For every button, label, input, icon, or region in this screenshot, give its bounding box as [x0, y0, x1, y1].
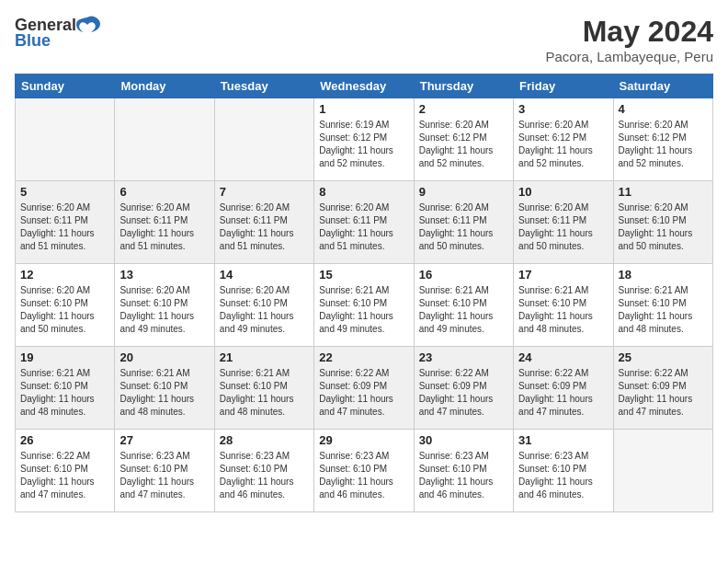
day-number: 2	[419, 102, 508, 116]
table-row	[214, 98, 313, 181]
table-row: 30Sunrise: 6:23 AM Sunset: 6:10 PM Dayli…	[414, 430, 513, 512]
month-year-title: May 2024	[545, 15, 713, 49]
header-saturday: Saturday	[613, 75, 712, 98]
header-monday: Monday	[115, 75, 214, 98]
table-row: 27Sunrise: 6:23 AM Sunset: 6:10 PM Dayli…	[115, 430, 214, 512]
day-number: 18	[619, 268, 708, 282]
day-number: 28	[220, 433, 309, 447]
header-friday: Friday	[514, 75, 613, 98]
title-area: May 2024 Pacora, Lambayeque, Peru	[545, 15, 713, 64]
table-row: 25Sunrise: 6:22 AM Sunset: 6:09 PM Dayli…	[613, 347, 712, 430]
table-row: 9Sunrise: 6:20 AM Sunset: 6:11 PM Daylig…	[414, 181, 513, 264]
table-row: 15Sunrise: 6:21 AM Sunset: 6:10 PM Dayli…	[314, 264, 414, 347]
day-detail: Sunrise: 6:21 AM Sunset: 6:10 PM Dayligh…	[220, 367, 309, 419]
day-number: 22	[319, 350, 408, 364]
day-detail: Sunrise: 6:21 AM Sunset: 6:10 PM Dayligh…	[119, 367, 209, 419]
day-number: 29	[319, 433, 408, 447]
day-detail: Sunrise: 6:23 AM Sunset: 6:10 PM Dayligh…	[220, 450, 309, 501]
calendar-week-row: 26Sunrise: 6:22 AM Sunset: 6:10 PM Dayli…	[16, 430, 713, 512]
table-row: 5Sunrise: 6:20 AM Sunset: 6:11 PM Daylig…	[16, 181, 115, 264]
day-number: 13	[119, 268, 209, 282]
day-detail: Sunrise: 6:21 AM Sunset: 6:10 PM Dayligh…	[20, 367, 109, 419]
day-number: 23	[419, 350, 508, 364]
table-row: 23Sunrise: 6:22 AM Sunset: 6:09 PM Dayli…	[414, 347, 513, 430]
day-detail: Sunrise: 6:23 AM Sunset: 6:10 PM Dayligh…	[119, 450, 209, 501]
day-detail: Sunrise: 6:20 AM Sunset: 6:11 PM Dayligh…	[319, 201, 408, 253]
day-detail: Sunrise: 6:21 AM Sunset: 6:10 PM Dayligh…	[419, 284, 508, 336]
day-number: 26	[20, 433, 109, 447]
table-row: 20Sunrise: 6:21 AM Sunset: 6:10 PM Dayli…	[115, 347, 214, 430]
day-number: 7	[220, 185, 309, 199]
day-detail: Sunrise: 6:21 AM Sunset: 6:10 PM Dayligh…	[518, 284, 608, 336]
day-number: 6	[119, 185, 209, 199]
day-number: 11	[619, 185, 708, 199]
day-detail: Sunrise: 6:22 AM Sunset: 6:09 PM Dayligh…	[319, 367, 408, 419]
day-number: 1	[319, 102, 408, 116]
day-number: 5	[20, 185, 109, 199]
day-detail: Sunrise: 6:20 AM Sunset: 6:11 PM Dayligh…	[20, 201, 109, 253]
table-row: 10Sunrise: 6:20 AM Sunset: 6:11 PM Dayli…	[514, 181, 613, 264]
table-row: 24Sunrise: 6:22 AM Sunset: 6:09 PM Dayli…	[514, 347, 613, 430]
day-detail: Sunrise: 6:20 AM Sunset: 6:10 PM Dayligh…	[20, 284, 109, 336]
day-detail: Sunrise: 6:22 AM Sunset: 6:10 PM Dayligh…	[20, 450, 109, 501]
table-row: 8Sunrise: 6:20 AM Sunset: 6:11 PM Daylig…	[314, 181, 414, 264]
day-detail: Sunrise: 6:23 AM Sunset: 6:10 PM Dayligh…	[419, 450, 508, 501]
table-row: 21Sunrise: 6:21 AM Sunset: 6:10 PM Dayli…	[214, 347, 313, 430]
calendar-header-row: Sunday Monday Tuesday Wednesday Thursday…	[16, 75, 713, 98]
day-number: 10	[518, 185, 608, 199]
logo-bird-icon	[76, 15, 102, 35]
day-number: 8	[319, 185, 408, 199]
day-number: 19	[20, 350, 109, 364]
table-row: 18Sunrise: 6:21 AM Sunset: 6:10 PM Dayli…	[613, 264, 712, 347]
table-row: 14Sunrise: 6:20 AM Sunset: 6:10 PM Dayli…	[214, 264, 313, 347]
day-detail: Sunrise: 6:20 AM Sunset: 6:12 PM Dayligh…	[518, 119, 608, 170]
table-row: 3Sunrise: 6:20 AM Sunset: 6:12 PM Daylig…	[514, 98, 613, 181]
table-row: 4Sunrise: 6:20 AM Sunset: 6:12 PM Daylig…	[613, 98, 712, 181]
table-row: 29Sunrise: 6:23 AM Sunset: 6:10 PM Dayli…	[314, 430, 414, 512]
day-detail: Sunrise: 6:22 AM Sunset: 6:09 PM Dayligh…	[619, 367, 708, 419]
calendar-week-row: 1Sunrise: 6:19 AM Sunset: 6:12 PM Daylig…	[16, 98, 713, 181]
table-row: 31Sunrise: 6:23 AM Sunset: 6:10 PM Dayli…	[514, 430, 613, 512]
table-row: 17Sunrise: 6:21 AM Sunset: 6:10 PM Dayli…	[514, 264, 613, 347]
day-number: 21	[220, 350, 309, 364]
header-thursday: Thursday	[414, 75, 513, 98]
day-detail: Sunrise: 6:22 AM Sunset: 6:09 PM Dayligh…	[419, 367, 508, 419]
day-number: 15	[319, 268, 408, 282]
day-detail: Sunrise: 6:20 AM Sunset: 6:11 PM Dayligh…	[220, 201, 309, 253]
day-number: 25	[619, 350, 708, 364]
day-number: 17	[518, 268, 608, 282]
day-detail: Sunrise: 6:20 AM Sunset: 6:11 PM Dayligh…	[419, 201, 508, 253]
table-row: 1Sunrise: 6:19 AM Sunset: 6:12 PM Daylig…	[314, 98, 414, 181]
location-subtitle: Pacora, Lambayeque, Peru	[545, 49, 713, 64]
table-row	[115, 98, 214, 181]
day-detail: Sunrise: 6:19 AM Sunset: 6:12 PM Dayligh…	[319, 119, 408, 170]
table-row: 26Sunrise: 6:22 AM Sunset: 6:10 PM Dayli…	[16, 430, 115, 512]
day-number: 4	[619, 102, 708, 116]
day-detail: Sunrise: 6:23 AM Sunset: 6:10 PM Dayligh…	[518, 450, 608, 501]
calendar-week-row: 19Sunrise: 6:21 AM Sunset: 6:10 PM Dayli…	[16, 347, 713, 430]
table-row: 13Sunrise: 6:20 AM Sunset: 6:10 PM Dayli…	[115, 264, 214, 347]
table-row: 19Sunrise: 6:21 AM Sunset: 6:10 PM Dayli…	[16, 347, 115, 430]
calendar-table: Sunday Monday Tuesday Wednesday Thursday…	[15, 74, 713, 512]
day-number: 12	[20, 268, 109, 282]
day-number: 20	[119, 350, 209, 364]
day-detail: Sunrise: 6:20 AM Sunset: 6:10 PM Dayligh…	[619, 201, 708, 253]
day-detail: Sunrise: 6:20 AM Sunset: 6:12 PM Dayligh…	[419, 119, 508, 170]
table-row: 12Sunrise: 6:20 AM Sunset: 6:10 PM Dayli…	[16, 264, 115, 347]
header-tuesday: Tuesday	[214, 75, 313, 98]
calendar-week-row: 5Sunrise: 6:20 AM Sunset: 6:11 PM Daylig…	[16, 181, 713, 264]
table-row: 2Sunrise: 6:20 AM Sunset: 6:12 PM Daylig…	[414, 98, 513, 181]
day-detail: Sunrise: 6:20 AM Sunset: 6:11 PM Dayligh…	[518, 201, 608, 253]
day-number: 24	[518, 350, 608, 364]
day-detail: Sunrise: 6:22 AM Sunset: 6:09 PM Dayligh…	[518, 367, 608, 419]
day-number: 30	[419, 433, 508, 447]
table-row: 7Sunrise: 6:20 AM Sunset: 6:11 PM Daylig…	[214, 181, 313, 264]
page-header: General Blue May 2024 Pacora, Lambayeque…	[15, 15, 713, 64]
day-detail: Sunrise: 6:20 AM Sunset: 6:11 PM Dayligh…	[119, 201, 209, 253]
day-number: 3	[518, 102, 608, 116]
day-detail: Sunrise: 6:23 AM Sunset: 6:10 PM Dayligh…	[319, 450, 408, 501]
calendar-week-row: 12Sunrise: 6:20 AM Sunset: 6:10 PM Dayli…	[16, 264, 713, 347]
day-number: 14	[220, 268, 309, 282]
table-row: 16Sunrise: 6:21 AM Sunset: 6:10 PM Dayli…	[414, 264, 513, 347]
day-number: 31	[518, 433, 608, 447]
